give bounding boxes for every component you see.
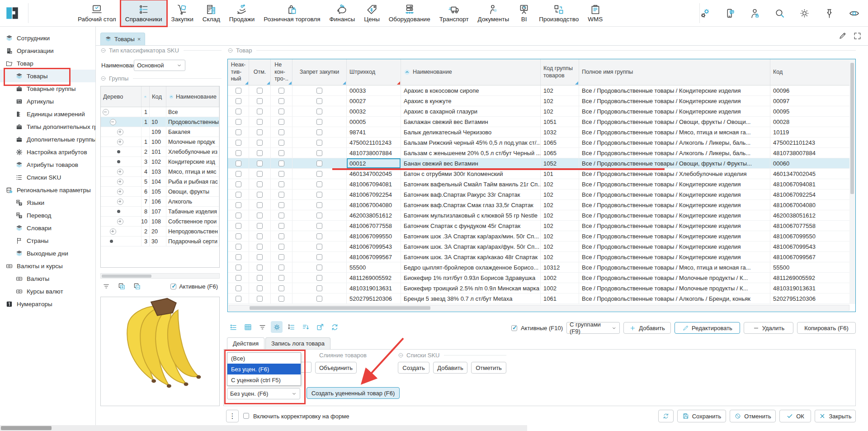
tree-code-cell[interactable]: 10: [150, 117, 166, 127]
tree-num-cell[interactable]: 1: [142, 107, 150, 117]
barcode-cell[interactable]: 00012: [347, 158, 401, 169]
table-row[interactable]: 4810067099567Батончик шок. ЗА Спартак ка…: [228, 252, 855, 262]
checkbox-cell[interactable]: [271, 148, 292, 158]
adjust-form-checkbox[interactable]: [243, 413, 249, 419]
checkbox-cell[interactable]: [271, 221, 292, 231]
checkbox-cell[interactable]: [228, 169, 249, 179]
group-name-cell[interactable]: Все / Продовольственные товары / Кондите…: [579, 179, 770, 189]
row-checkbox[interactable]: [316, 140, 322, 146]
row-checkbox[interactable]: [278, 223, 284, 229]
row-checkbox[interactable]: [316, 129, 322, 135]
tree-num-cell[interactable]: 10: [142, 217, 150, 226]
row-checkbox[interactable]: [257, 244, 263, 250]
column-header[interactable]: Код: [770, 59, 850, 85]
row-checkbox[interactable]: [257, 254, 263, 260]
table-row[interactable]: 4810067004080Батончик ваф.Спартак Смак г…: [228, 200, 855, 210]
group-code-cell[interactable]: 102: [541, 221, 579, 231]
collapse-minus-icon[interactable]: [227, 47, 233, 53]
module-bi[interactable]: BI: [514, 0, 534, 26]
row-checkbox[interactable]: [236, 202, 241, 208]
row-checkbox[interactable]: [316, 181, 322, 187]
checkbox-cell[interactable]: [292, 231, 347, 242]
tree-name-cell[interactable]: Подарочный серти: [166, 237, 219, 246]
group-code-cell[interactable]: 102: [541, 210, 579, 221]
table-row[interactable]: 5202795120306Бренди 5 звезд 38% 0.7 л ст…: [228, 294, 855, 304]
sidebar-item-sku-lists[interactable]: Списки SKU: [0, 171, 95, 184]
checkbox-cell[interactable]: [292, 189, 347, 200]
row-checkbox[interactable]: [236, 275, 241, 281]
sidebar-item-employees[interactable]: Сотрудники: [0, 32, 95, 44]
group-name-cell[interactable]: Все / Продовольственные товары / Кондите…: [579, 242, 770, 252]
tree-cell[interactable]: [101, 157, 142, 166]
checkbox-cell[interactable]: [292, 262, 347, 273]
sku-create-button[interactable]: Создать: [398, 362, 429, 374]
row-checkbox[interactable]: [236, 109, 241, 114]
edit-pencil-icon[interactable]: [838, 32, 847, 40]
tree-expand-icon[interactable]: [117, 218, 123, 225]
checkbox-cell[interactable]: [249, 137, 271, 148]
code-cell[interactable]: 4810067092254: [770, 189, 850, 200]
checkbox-cell[interactable]: [228, 189, 249, 200]
group-name-cell[interactable]: Все / Продовольственные товары / Овощи, …: [579, 117, 770, 127]
name-cell[interactable]: Батончик вафельный Смайл Тайм ваниль 21г…: [401, 179, 541, 189]
tree-code-cell[interactable]: 108: [150, 217, 166, 226]
sidebar-item-currency-rates[interactable]: Курсы валют: [0, 285, 95, 298]
sku-mark-button[interactable]: Отметить: [471, 362, 506, 374]
row-checkbox[interactable]: [236, 171, 241, 177]
row-checkbox[interactable]: [278, 88, 284, 94]
row-checkbox[interactable]: [236, 150, 241, 156]
row-checkbox[interactable]: [316, 233, 322, 239]
column-header[interactable]: Полное имя группы: [579, 59, 770, 85]
tree-expand-icon[interactable]: [117, 129, 123, 135]
row-checkbox[interactable]: [257, 202, 263, 208]
tree-name-cell[interactable]: Молочные продук: [166, 137, 219, 147]
brightness-icon[interactable]: [799, 8, 810, 19]
row-checkbox[interactable]: [236, 254, 241, 260]
group-code-cell[interactable]: 102: [541, 242, 579, 252]
row-checkbox[interactable]: [278, 275, 284, 281]
group-name-cell[interactable]: Все / Продовольственные товары / Хлебобу…: [579, 169, 770, 179]
filter-button[interactable]: [100, 280, 112, 292]
tree-expand-icon[interactable]: [117, 169, 123, 175]
checkbox-cell[interactable]: [228, 262, 249, 273]
module-wms[interactable]: WMS: [583, 0, 607, 26]
sku-add-button[interactable]: Добавить: [433, 362, 467, 374]
checkbox-cell[interactable]: [292, 158, 347, 169]
group-code-cell[interactable]: 1065: [541, 148, 579, 158]
code-cell[interactable]: 4811269005592: [770, 273, 850, 283]
collapse-minus-icon[interactable]: [398, 352, 404, 358]
group-name-cell[interactable]: Все / Продовольственные товары / Молочны…: [579, 273, 770, 283]
row-checkbox[interactable]: [278, 244, 284, 250]
discount-combo[interactable]: Без уцен. (F6): [227, 388, 300, 399]
sidebar-item-dictionaries[interactable]: Словари: [0, 222, 95, 234]
collapse-minus-icon[interactable]: [100, 47, 106, 53]
products-hscrollbar[interactable]: [229, 305, 849, 311]
module-transport[interactable]: Транспорт: [435, 0, 473, 26]
checkbox-cell[interactable]: [292, 106, 347, 117]
row-checkbox[interactable]: [316, 98, 322, 104]
code-cell[interactable]: 5202795120306: [770, 294, 850, 304]
row-checkbox[interactable]: [316, 244, 322, 250]
tree-code-cell[interactable]: 100: [150, 137, 166, 147]
table-row[interactable]: 4810067099550Батончик шок .ЗА Спартак ка…: [228, 231, 855, 242]
checkbox-cell[interactable]: [228, 221, 249, 231]
name-cell[interactable]: Батончик шок .ЗА Спартак кар/арах/мин. 5…: [401, 231, 541, 242]
tree-expand-icon[interactable]: [117, 199, 123, 205]
barcode-cell[interactable]: 4810067099543: [347, 242, 401, 252]
row-checkbox[interactable]: [236, 213, 241, 218]
name-cell[interactable]: Арахис в кунжуте: [401, 96, 541, 106]
row-checkbox[interactable]: [257, 140, 263, 146]
checkbox-cell[interactable]: [228, 137, 249, 148]
tab-close-icon[interactable]: ×: [137, 36, 141, 43]
code-cell[interactable]: 4810067099550: [770, 231, 850, 242]
name-cell[interactable]: Бедро цыплят-бройлеров охлажденное Борис…: [401, 262, 541, 273]
discount-option[interactable]: Без уцен. (F6): [227, 364, 301, 374]
tree-row[interactable]: 1Все: [101, 107, 219, 117]
group-name-cell[interactable]: Все / Продовольственные товары / Кондите…: [579, 189, 770, 200]
name-cell[interactable]: Баклажан свежий вес Витамин: [401, 117, 541, 127]
table-row[interactable]: 4601347002045Батон с отрубями 300г Колом…: [228, 169, 855, 179]
checkbox-cell[interactable]: [271, 294, 292, 304]
row-checkbox[interactable]: [316, 275, 322, 281]
row-checkbox[interactable]: [236, 88, 241, 94]
row-checkbox[interactable]: [316, 119, 322, 125]
